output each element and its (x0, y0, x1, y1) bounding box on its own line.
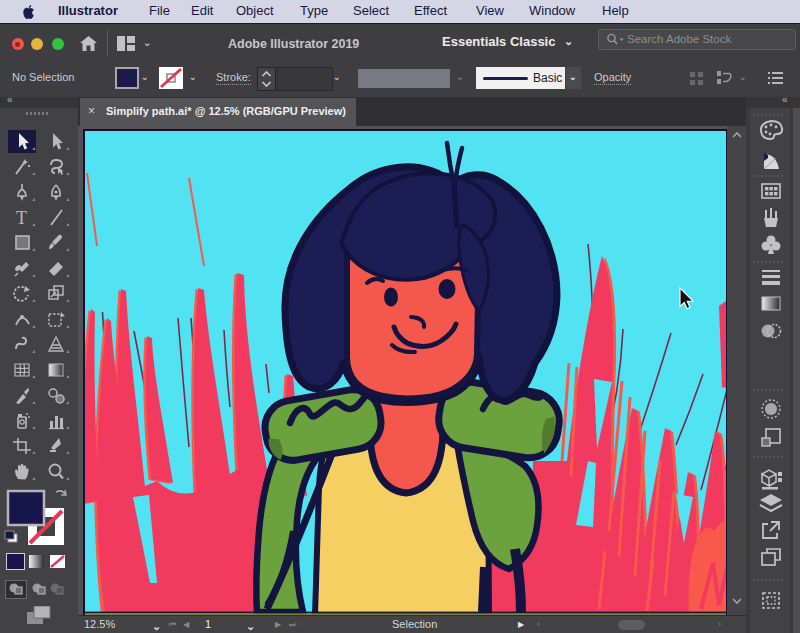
svg-text:T: T (16, 208, 27, 228)
